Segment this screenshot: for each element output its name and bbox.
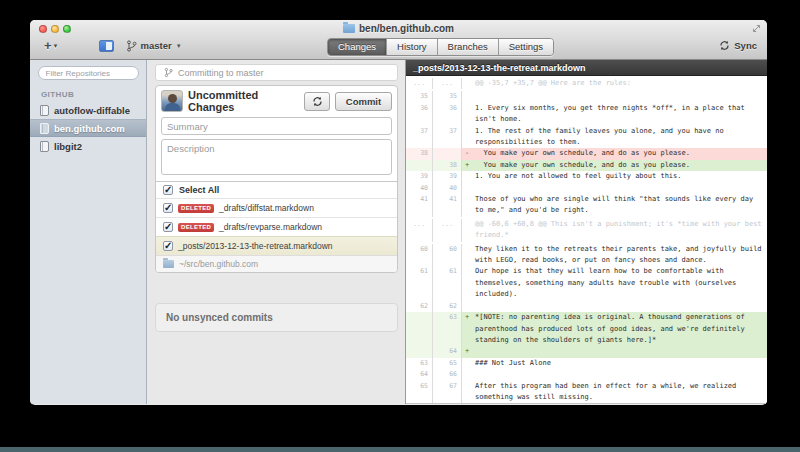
line-number-old <box>406 312 433 346</box>
file-row[interactable]: DELETED_drafts/revparse.markdown <box>156 217 397 236</box>
tab-settings[interactable]: Settings <box>499 39 553 55</box>
diff-row: 39391. You are not allowed to feel guilt… <box>406 171 767 182</box>
repository-sidebar: GITHUB autoflow-diffableben.github.comli… <box>30 60 147 404</box>
diff-row: ......@@ -35,7 +35,7 @@ Here are the rul… <box>406 76 767 91</box>
line-number-old: 40 <box>406 183 433 194</box>
line-number-new: 65 <box>433 358 462 369</box>
sync-button[interactable]: Sync <box>719 40 757 51</box>
diff-line-content <box>462 369 767 380</box>
file-row[interactable]: _posts/2013-12-13-the-retreat.markdown <box>156 236 397 255</box>
line-number-new: ... <box>433 78 462 89</box>
diff-row: 37371. The rest of the family leaves you… <box>406 126 767 149</box>
diff-row: 6365### Not Just Alone <box>406 358 767 369</box>
repo-icon <box>40 141 49 152</box>
sidebar-toggle-button[interactable] <box>99 40 114 52</box>
line-number-old: 35 <box>406 91 433 102</box>
no-unsynced-box: No unsynced commits <box>155 303 398 332</box>
diff-line-content: +*[NOTE: no parenting idea is original. … <box>462 312 767 346</box>
commit-target-bar: Committing to master <box>155 64 398 81</box>
line-number-old: 39 <box>406 171 433 182</box>
toolbar: +▼ master ▼ ChangesHistoryBranchesSettin… <box>30 37 767 59</box>
file-checkbox[interactable] <box>163 222 173 232</box>
select-all-checkbox[interactable] <box>163 185 173 195</box>
tab-changes[interactable]: Changes <box>328 39 387 55</box>
commit-button[interactable]: Commit <box>335 92 392 111</box>
diff-line-content <box>462 301 767 312</box>
line-number-new: 61 <box>433 266 462 300</box>
avatar <box>161 90 183 112</box>
diff-line-content: + You make your own schedule, and do as … <box>462 160 767 171</box>
line-number-new: 37 <box>433 126 462 149</box>
diff-row: 6567After this program had been in effec… <box>406 381 767 404</box>
commit-title: Uncommitted Changes <box>188 89 299 113</box>
diff-line-content <box>462 91 767 102</box>
line-number-new: 40 <box>433 183 462 194</box>
sidebar-section-label: GITHUB <box>41 90 146 99</box>
line-number-new: 38 <box>433 160 462 171</box>
refresh-button[interactable] <box>304 92 330 111</box>
add-repository-button[interactable]: +▼ <box>44 38 59 53</box>
line-number-old: 41 <box>406 194 433 217</box>
diff-row: ......@@ -60,6 +60,8 @@ This isn't a pun… <box>406 217 767 244</box>
line-number-new: 64 <box>433 346 462 357</box>
select-all-row[interactable]: Select All <box>156 181 397 198</box>
tab-history[interactable]: History <box>387 39 438 55</box>
repo-name: libgit2 <box>54 141 82 152</box>
diff-pane: _posts/2013-12-13-the-retreat.markdown .… <box>405 60 767 404</box>
desktop-edge <box>0 447 800 452</box>
diff-row: 4040 <box>406 183 767 194</box>
repo-name: autoflow-diffable <box>54 105 130 116</box>
branch-name: master <box>141 40 172 51</box>
line-number-new: 36 <box>433 103 462 126</box>
diff-row: 3535 <box>406 91 767 102</box>
diff-line-content: ### Not Just Alone <box>462 358 767 369</box>
resize-grip-icon[interactable] <box>752 24 761 33</box>
summary-input[interactable] <box>161 117 392 135</box>
line-number-old: 36 <box>406 103 433 126</box>
branch-selector[interactable]: master ▼ <box>126 40 182 52</box>
folder-icon <box>343 24 355 33</box>
repo-path-row: ~/src/ben.github.com <box>156 255 397 272</box>
sidebar-item-libgit2[interactable]: libgit2 <box>30 137 146 155</box>
folder-icon <box>163 260 174 268</box>
main-content: GITHUB autoflow-diffableben.github.comli… <box>30 60 767 404</box>
titlebar[interactable]: ben/ben.github.com <box>30 20 767 37</box>
diff-line-content: Those of you who are single will think "… <box>462 194 767 217</box>
file-checkbox[interactable] <box>163 241 173 251</box>
file-name: _drafts/revparse.markdown <box>219 222 322 232</box>
diff-body[interactable]: ......@@ -35,7 +35,7 @@ Here are the rul… <box>406 76 767 404</box>
description-input[interactable] <box>161 139 392 175</box>
window-title-wrap: ben/ben.github.com <box>30 23 767 34</box>
diff-row: 38+ You make your own schedule, and do a… <box>406 160 767 171</box>
line-number-old <box>406 346 433 357</box>
diff-row: 63+*[NOTE: no parenting idea is original… <box>406 312 767 346</box>
diff-line-content: 1. The rest of the family leaves you alo… <box>462 126 767 149</box>
view-tabs: ChangesHistoryBranchesSettings <box>327 38 554 56</box>
branch-icon <box>126 40 137 52</box>
line-number-old <box>406 160 433 171</box>
diff-marker: - <box>465 148 469 159</box>
refresh-icon <box>312 96 323 107</box>
line-number-old: 61 <box>406 266 433 300</box>
file-row[interactable]: DELETED_drafts/diffstat.markdown <box>156 198 397 217</box>
toolbar-left-group: +▼ master ▼ <box>44 38 182 53</box>
line-number-old: ... <box>406 78 433 89</box>
diff-line-content: Our hope is that they will learn how to … <box>462 266 767 300</box>
line-number-old: 38 <box>406 148 433 159</box>
diff-line-content: 1. Every six months, you get three night… <box>462 103 767 126</box>
chevron-down-icon: ▼ <box>53 43 59 49</box>
commit-box: Uncommitted Changes Commit Select All DE… <box>155 85 398 273</box>
diff-row: 6466 <box>406 369 767 380</box>
diff-row: 36361. Every six months, you get three n… <box>406 103 767 126</box>
line-number-old: ... <box>406 219 433 242</box>
app-window: ben/ben.github.com +▼ master ▼ ChangesHi… <box>30 20 767 405</box>
file-checkbox[interactable] <box>163 203 173 213</box>
sidebar-item-ben.github.com[interactable]: ben.github.com <box>30 119 146 137</box>
line-number-new: 62 <box>433 301 462 312</box>
deleted-badge: DELETED <box>178 223 214 232</box>
repo-filter-input[interactable] <box>38 66 139 80</box>
diff-file-header: _posts/2013-12-13-the-retreat.markdown <box>406 60 767 76</box>
tab-branches[interactable]: Branches <box>438 39 499 55</box>
sidebar-item-autoflow-diffable[interactable]: autoflow-diffable <box>30 101 146 119</box>
line-number-new: 60 <box>433 244 462 267</box>
